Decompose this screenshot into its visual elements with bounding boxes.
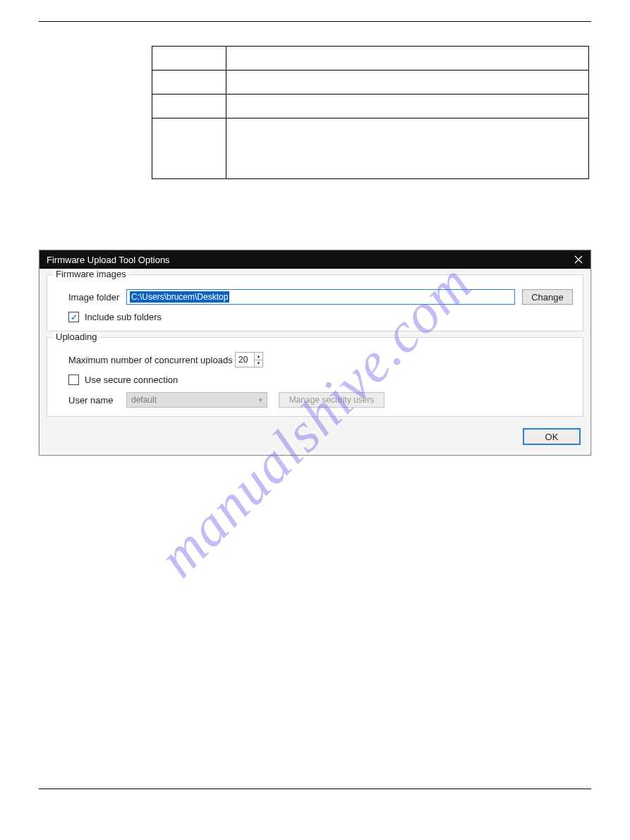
max-concurrent-label: Maximum number of concurrent uploads [68,355,235,365]
ok-button[interactable]: OK [523,428,581,445]
uploading-group: Uploading Maximum number of concurrent u… [47,337,583,417]
user-name-label: User name [68,395,126,406]
bottom-rule [39,789,591,789]
change-button-label: Change [531,292,564,303]
uploading-legend: Uploading [53,331,100,342]
dialog-title: Firmware Upload Tool Options [47,255,572,265]
ok-button-label: OK [545,432,559,442]
image-folder-label: Image folder [68,292,126,303]
image-folder-input[interactable]: C:\Users\brucem\Desktop [126,289,515,305]
user-name-combo[interactable]: default ▾ [126,392,267,408]
titlebar: Firmware Upload Tool Options [40,250,590,269]
table-row [152,47,589,71]
manage-users-button: Manage security users [279,392,384,408]
empty-table [152,46,589,179]
max-concurrent-spinner[interactable]: 20 ▲ ▼ [235,352,263,367]
close-icon[interactable] [572,253,585,266]
user-name-value: default [131,395,157,405]
table-row [152,71,589,95]
use-secure-label: Use secure connection [85,375,178,385]
spinner-down-icon[interactable]: ▼ [255,360,262,367]
firmware-images-legend: Firmware images [53,269,129,279]
max-concurrent-value: 20 [236,353,254,367]
image-folder-value: C:\Users\brucem\Desktop [130,291,229,303]
change-button[interactable]: Change [522,289,573,305]
page-table [152,46,589,179]
use-secure-checkbox[interactable] [68,375,79,385]
table-row [152,118,589,179]
include-subfolders-label: Include sub folders [85,312,162,322]
table-row [152,95,589,118]
firmware-images-group: Firmware images Image folder C:\Users\br… [47,274,583,331]
top-rule [39,21,591,22]
options-dialog: Firmware Upload Tool Options Firmware im… [39,250,591,456]
include-subfolders-checkbox[interactable] [68,312,79,322]
spinner-up-icon[interactable]: ▲ [255,353,262,360]
chevron-down-icon: ▾ [259,396,262,403]
manage-users-label: Manage security users [289,395,375,405]
